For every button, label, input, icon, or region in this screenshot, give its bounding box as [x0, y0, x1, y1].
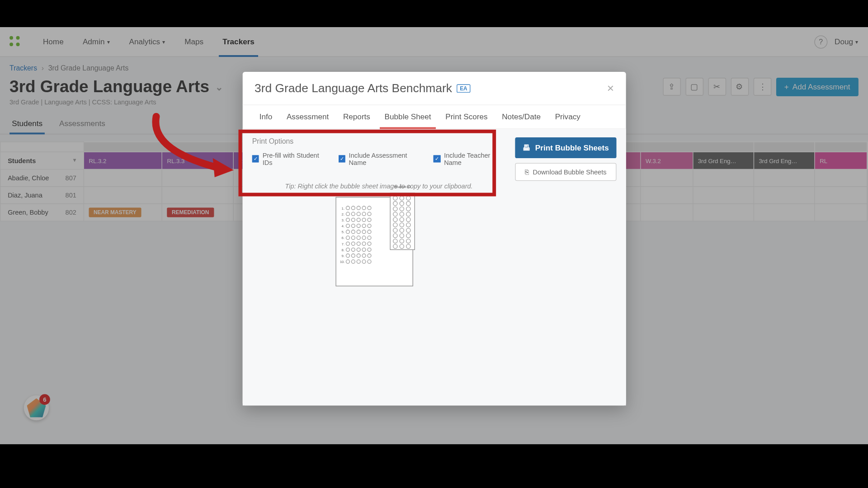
- checkbox-include-assessment[interactable]: ✓ Include Assessment Name: [339, 152, 422, 166]
- app-window: Home Admin▾ Analytics▾ Maps Trackers ? D…: [0, 27, 868, 444]
- checkbox-icon: ✓: [434, 155, 440, 163]
- modal-tab-privacy[interactable]: Privacy: [548, 105, 588, 128]
- close-button[interactable]: ×: [607, 81, 614, 95]
- bubble-sheet-preview[interactable]: Student ID: [335, 197, 413, 286]
- chevron-down-icon: ▾: [855, 39, 859, 45]
- tab-students[interactable]: Students: [9, 113, 45, 134]
- breadcrumb: Trackers › 3rd Grade Language Arts: [0, 57, 868, 72]
- modal-tab-assessment[interactable]: Assessment: [279, 105, 336, 128]
- modal-tab-print-scores[interactable]: Print Scores: [438, 105, 495, 128]
- notification-widget[interactable]: 6: [24, 395, 49, 420]
- checkbox-include-teacher[interactable]: ✓ Include Teacher Name: [434, 152, 505, 166]
- app-logo: [9, 36, 21, 47]
- breadcrumb-root[interactable]: Trackers: [9, 64, 37, 72]
- notification-count: 6: [39, 394, 50, 405]
- more-button[interactable]: ⋮: [753, 78, 771, 96]
- chevron-down-icon[interactable]: ⌄: [215, 81, 223, 92]
- chevron-down-icon: ▾: [162, 39, 165, 45]
- ea-badge: EA: [457, 84, 471, 92]
- print-bubble-sheets-button[interactable]: 🖶 Print Bubble Sheets: [515, 137, 616, 158]
- modal-tab-notes-date[interactable]: Notes/Date: [495, 105, 547, 128]
- cut-button[interactable]: ✂: [708, 78, 726, 96]
- modal-tab-bar: Info Assessment Reports Bubble Sheet Pri…: [243, 105, 626, 129]
- print-options-title: Print Options: [252, 137, 505, 145]
- modal-tab-reports[interactable]: Reports: [336, 105, 377, 128]
- checkbox-icon: ✓: [252, 155, 259, 163]
- column-header[interactable]: 3rd Grd Eng…: [754, 152, 815, 169]
- tab-assessments[interactable]: Assessments: [57, 113, 108, 134]
- tip-text: Tip: Right click the bubble sheet image …: [252, 183, 505, 190]
- nav-analytics[interactable]: Analytics▾: [119, 27, 175, 56]
- bubble-sheet-modal: 3rd Grade Language Arts Benchmark EA × I…: [243, 72, 626, 405]
- user-menu[interactable]: Doug▾: [835, 37, 859, 46]
- page-title: 3rd Grade Language Arts ⌄: [9, 77, 223, 96]
- print-options-panel: Print Options ✓ Pre-fill with Student ID…: [252, 137, 505, 397]
- add-assessment-button[interactable]: +Add Assessment: [776, 77, 859, 96]
- column-header[interactable]: RL.3.2: [84, 152, 162, 169]
- column-header[interactable]: RL: [815, 152, 867, 169]
- chevron-down-icon: ▾: [107, 39, 110, 45]
- settings-button[interactable]: ⚙: [731, 78, 749, 96]
- checkbox-prefill-ids[interactable]: ✓ Pre-fill with Student IDs: [252, 152, 326, 166]
- plus-icon: +: [784, 82, 789, 91]
- export-button[interactable]: ▢: [685, 78, 703, 96]
- status-badge: NEAR MASTERY: [89, 208, 141, 217]
- download-bubble-sheets-button[interactable]: ⎘ Download Bubble Sheets: [515, 163, 616, 181]
- nav-maps[interactable]: Maps: [175, 27, 213, 56]
- nav-admin[interactable]: Admin▾: [73, 27, 120, 56]
- status-badge: REMEDIATION: [167, 208, 214, 217]
- column-header[interactable]: W.3.2: [641, 152, 693, 169]
- nav-home[interactable]: Home: [33, 27, 73, 56]
- share-button[interactable]: ⇪: [663, 78, 681, 96]
- column-header[interactable]: RL.3.3: [162, 152, 233, 169]
- checkbox-icon: ✓: [339, 155, 345, 163]
- students-column-header[interactable]: Students▾: [0, 152, 84, 169]
- breadcrumb-current: 3rd Grade Language Arts: [48, 64, 129, 72]
- modal-tab-info[interactable]: Info: [252, 105, 279, 128]
- column-header[interactable]: 3rd Grd Eng…: [693, 152, 754, 169]
- nav-trackers[interactable]: Trackers: [213, 27, 264, 56]
- modal-title: 3rd Grade Language Arts Benchmark EA: [255, 81, 470, 95]
- top-nav: Home Admin▾ Analytics▾ Maps Trackers ? D…: [0, 27, 868, 57]
- print-icon: 🖶: [523, 143, 530, 152]
- modal-tab-bubble-sheet[interactable]: Bubble Sheet: [377, 105, 439, 128]
- help-icon[interactable]: ?: [814, 35, 827, 48]
- student-id-box: Student ID: [390, 193, 415, 250]
- download-icon: ⎘: [525, 169, 529, 176]
